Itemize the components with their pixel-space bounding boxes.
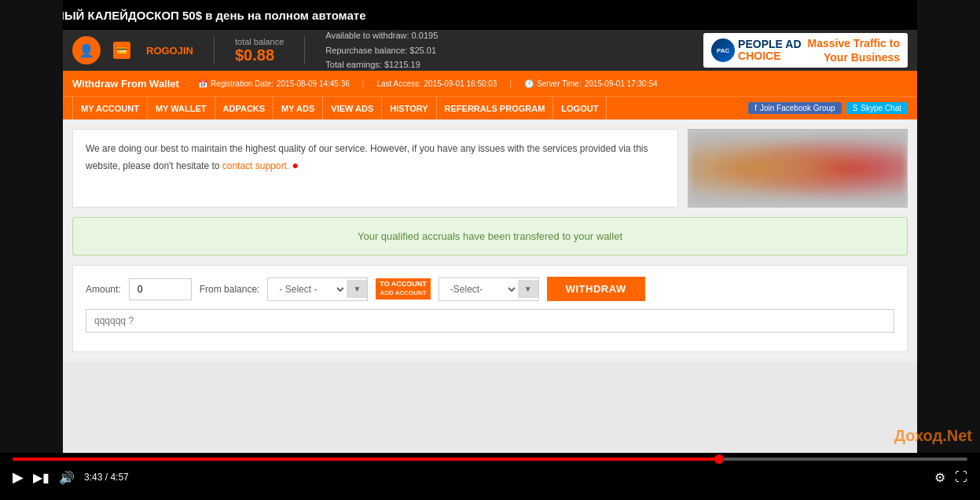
video-title-bar: ДЕНЕЖНЫЙ КАЛЕЙДОСКОП 50$ в день на полно… bbox=[0, 0, 980, 30]
balance-block: total balance $0.88 bbox=[235, 37, 284, 64]
ad-logo-icon: PAC bbox=[711, 39, 735, 62]
from-balance-select[interactable]: - Select - bbox=[268, 278, 347, 300]
video-content: 👤 💳 ROGOJIN total balance $0.88 Availabl… bbox=[63, 30, 917, 453]
amount-label: Amount: bbox=[86, 284, 121, 295]
facebook-btn[interactable]: f Join Facebook Group bbox=[748, 102, 841, 114]
divider-1 bbox=[214, 36, 215, 64]
blurred-ad-image bbox=[688, 130, 907, 207]
right-sidebar bbox=[917, 0, 980, 453]
amount-input[interactable] bbox=[129, 278, 192, 300]
withdraw-form: Amount: From balance: - Select - ▼ TO AC… bbox=[72, 265, 908, 352]
page-title: Withdraw From Wallet bbox=[72, 78, 189, 90]
last-access-value: 2015-09-01 16:50:03 bbox=[424, 79, 497, 88]
time-display: 3:43 / 4:57 bbox=[84, 472, 129, 483]
available-withdraw: Available to withdraw: 0.0195 bbox=[325, 30, 438, 43]
red-dot: ● bbox=[292, 159, 298, 171]
watermark: Доход.Net bbox=[894, 427, 972, 445]
security-input[interactable] bbox=[86, 309, 894, 333]
nav-logout[interactable]: LOGOUT bbox=[553, 97, 607, 119]
total-balance-amount: $0.88 bbox=[235, 46, 274, 64]
ad-logo: PAC PEOPLE ADCHOICE bbox=[711, 39, 801, 63]
reg-date-value: 2015-08-09 14:45:36 bbox=[277, 79, 350, 88]
from-balance-label: From balance: bbox=[200, 284, 260, 295]
nav-view-ads[interactable]: VIEW ADS bbox=[323, 97, 382, 119]
video-container: ДЕНЕЖНЫЙ КАЛЕЙДОСКОП 50$ в день на полно… bbox=[0, 0, 980, 500]
progress-dot bbox=[714, 454, 724, 464]
reg-date-label: Registration Date: bbox=[211, 79, 273, 88]
repurchase-balance: Repurchase balance: $25.01 bbox=[325, 43, 438, 58]
separator-1: | bbox=[362, 79, 365, 88]
ad-tagline: Massive Traffic toYour Business bbox=[808, 36, 901, 64]
info-text-block: We are doing our best to maintain the hi… bbox=[72, 129, 678, 208]
controls-row: ▶ ▶▮ 🔊 3:43 / 4:57 ⚙ ⛶ bbox=[13, 469, 967, 486]
content-row: We are doing our best to maintain the hi… bbox=[72, 129, 908, 208]
nav-my-wallet[interactable]: MY WALLET bbox=[148, 97, 215, 119]
left-sidebar bbox=[0, 0, 63, 453]
clock-small-icon: 🕐 bbox=[524, 79, 534, 88]
divider-2 bbox=[304, 36, 305, 64]
facebook-icon: f bbox=[754, 104, 757, 112]
total-earnings: Total earnings: $1215.19 bbox=[325, 57, 438, 72]
success-text: Your qualified accruals have been transf… bbox=[358, 230, 622, 242]
from-balance-arrow[interactable]: ▼ bbox=[347, 280, 367, 298]
calendar-icon: 📅 bbox=[198, 79, 207, 88]
info-text: We are doing our best to maintain the hi… bbox=[86, 143, 648, 171]
watermark-prefix: Доход bbox=[894, 427, 942, 444]
progress-fill bbox=[13, 458, 719, 461]
to-account-select-wrap: -Select- ▼ bbox=[439, 278, 539, 301]
video-controls: ▶ ▶▮ 🔊 3:43 / 4:57 ⚙ ⛶ bbox=[0, 453, 980, 500]
video-title: ДЕНЕЖНЫЙ КАЛЕЙДОСКОП 50$ в день на полно… bbox=[13, 9, 366, 22]
watermark-suffix: .Net bbox=[942, 427, 972, 444]
progress-bar[interactable] bbox=[13, 458, 967, 461]
total-balance-label: total balance bbox=[235, 37, 284, 46]
nav-adpacks[interactable]: ADPACKS bbox=[215, 97, 274, 119]
nav-history[interactable]: HISTORY bbox=[382, 97, 436, 119]
to-account-arrow[interactable]: ▼ bbox=[518, 280, 538, 298]
avatar: 👤 bbox=[72, 36, 101, 64]
form-row-security bbox=[86, 309, 894, 333]
last-access-label: Last Access: bbox=[376, 79, 420, 88]
success-message: Your qualified accruals have been transf… bbox=[72, 217, 908, 256]
username: ROGOJIN bbox=[146, 45, 193, 57]
withdraw-button[interactable]: WITHDRAW bbox=[547, 277, 645, 301]
orange-header: Withdraw From Wallet 📅 Registration Date… bbox=[63, 71, 917, 96]
fullscreen-button[interactable]: ⛶ bbox=[955, 470, 967, 484]
reg-date-item: 📅 Registration Date: 2015-08-09 14:45:36 bbox=[198, 79, 350, 88]
server-time-value: 2015-09-01 17:30:54 bbox=[585, 79, 658, 88]
header-meta: 📅 Registration Date: 2015-08-09 14:45:36… bbox=[198, 79, 658, 88]
nav-bar: MY ACCOUNT MY WALLET ADPACKS MY ADS VIEW… bbox=[63, 96, 917, 119]
ad-banner: PAC PEOPLE ADCHOICE Massive Traffic toYo… bbox=[703, 33, 908, 68]
time-current: 3:43 bbox=[84, 472, 102, 483]
contact-support-link[interactable]: contact support. bbox=[222, 160, 289, 171]
to-account-select[interactable]: -Select- bbox=[439, 278, 518, 300]
server-time-item: 🕐 Server Time: 2015-09-01 17:30:54 bbox=[524, 79, 658, 88]
nav-social: f Join Facebook Group S Skype Chat bbox=[748, 102, 908, 114]
nav-my-ads[interactable]: MY ADS bbox=[273, 97, 323, 119]
ad-logo-text: PEOPLE ADCHOICE bbox=[738, 39, 801, 63]
nav-my-account[interactable]: MY ACCOUNT bbox=[72, 97, 148, 119]
next-button[interactable]: ▶▮ bbox=[33, 470, 50, 485]
from-balance-select-wrap: - Select - ▼ bbox=[267, 278, 368, 301]
nav-referrals[interactable]: REFERRALS PROGRAM bbox=[437, 97, 554, 119]
last-access-item: Last Access: 2015-09-01 16:50:03 bbox=[376, 79, 497, 88]
main-content: We are doing our best to maintain the hi… bbox=[63, 119, 917, 362]
site-header: 👤 💳 ROGOJIN total balance $0.88 Availabl… bbox=[63, 30, 917, 71]
wallet-icon: 💳 bbox=[113, 42, 130, 59]
play-button[interactable]: ▶ bbox=[13, 469, 24, 486]
volume-button[interactable]: 🔊 bbox=[59, 470, 75, 485]
balance-details: Available to withdraw: 0.0195 Repurchase… bbox=[325, 30, 438, 72]
skype-btn[interactable]: S Skype Chat bbox=[846, 102, 908, 114]
controls-right: ⚙ ⛶ bbox=[934, 470, 967, 485]
ad-image-placeholder bbox=[688, 129, 908, 208]
time-total: 4:57 bbox=[110, 472, 128, 483]
to-account-label[interactable]: TO ACCOUNT ADD ACCOUNT bbox=[376, 278, 431, 299]
settings-button[interactable]: ⚙ bbox=[934, 470, 945, 485]
separator-2: | bbox=[509, 79, 512, 88]
server-time-label: Server Time: bbox=[537, 79, 582, 88]
skype-icon: S bbox=[853, 104, 858, 112]
form-row-main: Amount: From balance: - Select - ▼ TO AC… bbox=[86, 277, 894, 301]
